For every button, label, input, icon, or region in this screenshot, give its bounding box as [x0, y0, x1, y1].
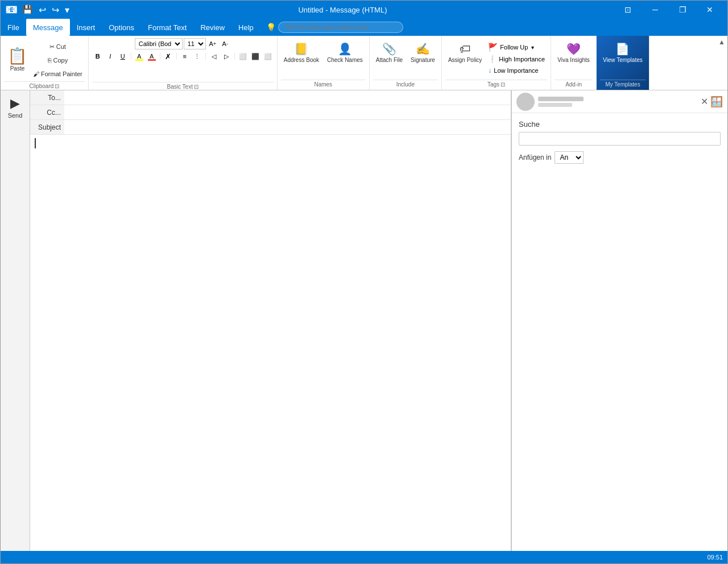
- viva-insights-icon: 💜: [566, 42, 581, 56]
- low-importance-btn[interactable]: ↓ Low Importance: [486, 65, 547, 76]
- flag-icon: 🚩: [488, 43, 498, 52]
- ms-logo: 🪟: [710, 96, 723, 108]
- italic-btn[interactable]: I: [105, 51, 116, 62]
- viva-insights-button[interactable]: 💜 Viva Insights: [555, 40, 593, 65]
- undo-btn[interactable]: ↩: [38, 3, 47, 16]
- font-family-select[interactable]: Calibri (Bod: [135, 38, 183, 49]
- anfuegen-label: Anfügen in: [519, 154, 551, 161]
- right-panel-header: ✕ 🪟: [512, 90, 727, 113]
- menu-format-text[interactable]: Format Text: [141, 19, 193, 36]
- menu-message[interactable]: Message: [26, 19, 70, 36]
- decrease-font-btn[interactable]: A-: [220, 38, 231, 49]
- panel-user-role-placeholder: [538, 103, 572, 107]
- signature-button[interactable]: ✍ Signature: [408, 40, 438, 65]
- anfuegen-select[interactable]: An Cc Bcc: [555, 151, 584, 164]
- to-input[interactable]: [64, 90, 511, 105]
- status-time: 09:51: [707, 554, 723, 561]
- close-btn[interactable]: ✕: [697, 1, 723, 19]
- title-bar-left: 📧 💾 ↩ ↪ ▾: [5, 3, 71, 16]
- menu-file[interactable]: File: [1, 19, 26, 36]
- send-panel: ▶ Send: [1, 90, 30, 551]
- align-right-btn[interactable]: ⬜: [262, 51, 274, 62]
- indent-more-btn[interactable]: ▷: [221, 51, 232, 62]
- numbering-btn[interactable]: ⋮: [192, 51, 203, 62]
- align-left-btn[interactable]: ⬜: [237, 51, 249, 62]
- bullets-btn[interactable]: ≡: [179, 51, 191, 62]
- basic-text-expand-icon[interactable]: ⊡: [194, 84, 198, 90]
- ribbon: 📋 Paste ✂ Cut ⎘ Copy 🖌 Format Painter: [1, 36, 727, 90]
- body-area-container: [30, 135, 511, 551]
- follow-up-dropdown-icon[interactable]: ▾: [531, 44, 534, 51]
- ribbon-collapse-btn[interactable]: ▲: [718, 38, 725, 46]
- subject-input[interactable]: [64, 120, 511, 134]
- menu-insert[interactable]: Insert: [70, 19, 102, 36]
- minimize-btn[interactable]: ─: [642, 1, 668, 19]
- address-book-icon: 📒: [294, 42, 308, 56]
- more-btn[interactable]: ▾: [64, 3, 71, 16]
- app-icon: 📧: [5, 3, 18, 16]
- high-importance-icon: ❕: [488, 55, 497, 63]
- format-painter-button[interactable]: 🖌 Format Painter: [31, 68, 85, 80]
- cut-button[interactable]: ✂ Cut: [31, 40, 85, 53]
- text-color-btn[interactable]: A: [146, 51, 158, 62]
- font-row-1: Calibri (Bod 11 A+ A-: [135, 38, 231, 49]
- tell-me-container: 💡: [260, 19, 727, 36]
- compose-section: ▶ Send To... Cc... Subject: [1, 90, 511, 551]
- tags-group: 🏷 Assign Policy 🚩 Follow Up ▾ ❕ High Imp…: [442, 36, 551, 90]
- tags-expand-icon[interactable]: ⊡: [500, 81, 505, 88]
- basic-text-group: Calibri (Bod 11 A+ A- B I U A A: [89, 36, 278, 90]
- high-importance-btn[interactable]: ❕ High Importance: [486, 54, 547, 64]
- redo-btn[interactable]: ↪: [51, 3, 60, 16]
- tell-me-input[interactable]: [278, 22, 403, 33]
- clipboard-expand-icon[interactable]: ⊡: [55, 83, 59, 89]
- menu-options[interactable]: Options: [102, 19, 141, 36]
- cc-row: Cc...: [30, 105, 511, 120]
- main-area: ▶ Send To... Cc... Subject: [1, 90, 727, 551]
- send-button[interactable]: ▶ Send: [6, 94, 25, 121]
- subject-label: Subject: [30, 123, 64, 131]
- bold-btn[interactable]: B: [92, 51, 104, 62]
- assign-policy-button[interactable]: 🏷 Assign Policy: [445, 40, 485, 65]
- lightbulb-icon: 💡: [266, 23, 276, 32]
- cursor: [35, 138, 36, 148]
- menu-review[interactable]: Review: [193, 19, 231, 36]
- clipboard-group: 📋 Paste ✂ Cut ⎘ Copy 🖌 Format Painter: [1, 36, 89, 90]
- maximize-btn[interactable]: ❐: [669, 1, 696, 19]
- names-group: 📒 Address Book 👤 Check Names Names: [278, 36, 370, 90]
- copy-icon: ⎘: [48, 57, 52, 64]
- names-label: Names: [314, 81, 332, 88]
- panel-close-button[interactable]: ✕: [701, 96, 708, 107]
- paste-icon: 📋: [7, 47, 27, 65]
- increase-font-btn[interactable]: A+: [207, 38, 218, 49]
- check-names-button[interactable]: 👤 Check Names: [324, 40, 366, 65]
- copy-button[interactable]: ⎘ Copy: [31, 54, 85, 67]
- paste-button[interactable]: 📋 Paste: [4, 38, 31, 80]
- body-textarea[interactable]: [35, 150, 506, 551]
- status-bar: 09:51: [1, 551, 727, 563]
- quick-save[interactable]: 💾: [21, 3, 34, 16]
- to-button[interactable]: To...: [30, 94, 64, 102]
- window-controls: ⊡ ─ ❐ ✕: [615, 1, 723, 19]
- font-row-2: B I U A A ✗ ≡ ⋮ ◁ ▷ ⬜ ⬛: [92, 51, 274, 62]
- cc-input[interactable]: [64, 105, 511, 119]
- panel-avatar: [516, 93, 535, 111]
- cc-button[interactable]: Cc...: [30, 109, 64, 117]
- font-size-select[interactable]: 11: [184, 38, 206, 49]
- indent-less-btn[interactable]: ◁: [208, 51, 220, 62]
- templates-search-input[interactable]: [519, 132, 721, 146]
- follow-up-btn[interactable]: 🚩 Follow Up ▾: [486, 42, 547, 53]
- clipboard-label: Clipboard: [29, 83, 53, 89]
- attach-file-button[interactable]: 📎 Attach File: [373, 40, 406, 65]
- clear-format-btn[interactable]: ✗: [163, 51, 174, 62]
- panel-user-name-placeholder: [538, 97, 584, 101]
- menu-help[interactable]: Help: [231, 19, 260, 36]
- address-book-button[interactable]: 📒 Address Book: [281, 40, 322, 65]
- restore-down-btn[interactable]: ⊡: [615, 1, 641, 19]
- highlight-btn[interactable]: A: [134, 51, 145, 62]
- subject-row: Subject: [30, 120, 511, 135]
- view-templates-button[interactable]: 📄 View Templates: [600, 40, 646, 65]
- include-group: 📎 Attach File ✍ Signature Include: [370, 36, 442, 90]
- underline-btn[interactable]: U: [117, 51, 129, 62]
- to-row: To...: [30, 90, 511, 105]
- align-center-btn[interactable]: ⬛: [250, 51, 261, 62]
